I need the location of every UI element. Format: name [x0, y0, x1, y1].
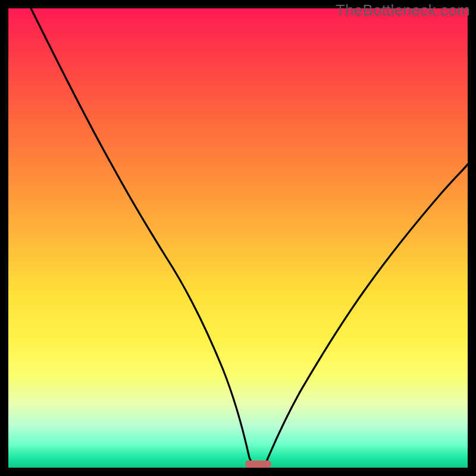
plot-area [8, 8, 468, 468]
plot-svg [8, 8, 468, 468]
optimal-marker [245, 461, 271, 468]
chart-frame: TheBottleneck.com [0, 0, 476, 476]
watermark-text: TheBottleneck.com [336, 1, 470, 20]
bottleneck-curve [31, 8, 468, 464]
